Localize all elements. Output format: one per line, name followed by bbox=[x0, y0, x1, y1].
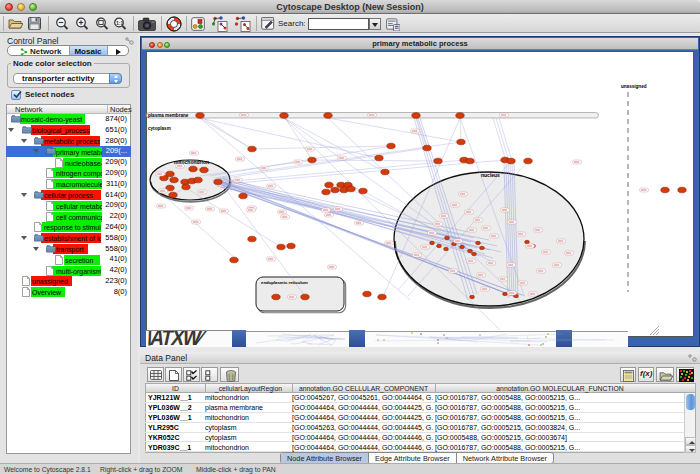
svg-text:plasma membrane: plasma membrane bbox=[148, 113, 189, 118]
svg-text:xxxx: xxxx bbox=[543, 251, 549, 254]
svg-text:xxxx: xxxx bbox=[554, 264, 560, 267]
svg-text:xxxx: xxxx bbox=[289, 296, 295, 299]
svg-text:xxxx: xxxx bbox=[500, 278, 506, 281]
svg-text:xxxx: xxxx bbox=[460, 193, 466, 196]
svg-text:xxxx: xxxx bbox=[339, 157, 345, 160]
svg-text:xxxx: xxxx bbox=[466, 211, 472, 214]
svg-text:xxxx: xxxx bbox=[574, 161, 580, 164]
svg-text:xxxx: xxxx bbox=[237, 158, 243, 161]
svg-text:xxxx: xxxx bbox=[530, 293, 536, 296]
svg-text:unassigned: unassigned bbox=[621, 84, 647, 89]
svg-text:xxxx: xxxx bbox=[248, 209, 254, 212]
svg-text:xxxx: xxxx bbox=[468, 260, 474, 263]
svg-text:xxxx: xxxx bbox=[518, 233, 524, 236]
svg-text:xxxx: xxxx bbox=[268, 185, 274, 188]
svg-text:xxxx: xxxx bbox=[207, 208, 213, 211]
svg-text:xxxx: xxxx bbox=[538, 270, 544, 273]
svg-text:xxxx: xxxx bbox=[488, 262, 494, 265]
svg-text:xxxx: xxxx bbox=[307, 148, 313, 151]
svg-text:xxxx: xxxx bbox=[455, 240, 461, 243]
svg-text:xxxx: xxxx bbox=[158, 205, 164, 208]
svg-text:xxxx: xxxx bbox=[369, 114, 375, 117]
svg-text:xxxx: xxxx bbox=[509, 221, 515, 224]
svg-text:cytoplasm: cytoplasm bbox=[148, 126, 171, 131]
svg-text:xxxx: xxxx bbox=[282, 216, 288, 219]
svg-text:xxxx: xxxx bbox=[501, 114, 507, 117]
svg-text:xxxx: xxxx bbox=[177, 165, 183, 168]
svg-text:xxxx: xxxx bbox=[186, 207, 192, 210]
svg-text:xxxx: xxxx bbox=[279, 211, 285, 214]
svg-text:xxxx: xxxx bbox=[221, 210, 227, 213]
svg-text:xxxx: xxxx bbox=[491, 235, 497, 238]
svg-text:endoplasmic reticulum: endoplasmic reticulum bbox=[261, 280, 308, 285]
svg-text:xxxx: xxxx bbox=[566, 252, 572, 255]
svg-text:xxxx: xxxx bbox=[452, 204, 458, 207]
svg-text:xxxx: xxxx bbox=[160, 190, 166, 193]
svg-text:xxxx: xxxx bbox=[469, 229, 475, 232]
svg-text:xxxx: xxxx bbox=[509, 292, 515, 295]
svg-text:xxxx: xxxx bbox=[441, 215, 447, 218]
svg-text:xxxx: xxxx bbox=[335, 208, 341, 211]
svg-text:xxxx: xxxx bbox=[641, 189, 647, 192]
svg-text:xxxx: xxxx bbox=[508, 264, 514, 267]
svg-text:xxxx: xxxx bbox=[386, 242, 392, 245]
svg-text:xxxx: xxxx bbox=[450, 270, 456, 273]
svg-text:xxxx: xxxx bbox=[535, 229, 541, 232]
svg-text:xxxx: xxxx bbox=[527, 245, 533, 248]
svg-text:xxxx: xxxx bbox=[157, 173, 163, 176]
svg-text:xxxx: xxxx bbox=[235, 179, 241, 182]
svg-text:xxxx: xxxx bbox=[482, 288, 488, 291]
svg-text:xxxx: xxxx bbox=[191, 152, 197, 155]
svg-text:xxxx: xxxx bbox=[329, 266, 335, 269]
svg-text:xxxx: xxxx bbox=[475, 219, 481, 222]
svg-text:xxxx: xxxx bbox=[414, 254, 420, 257]
svg-text:xxxx: xxxx bbox=[295, 161, 301, 164]
svg-text:xxxx: xxxx bbox=[326, 214, 332, 217]
svg-text:xxxx: xxxx bbox=[435, 223, 441, 226]
svg-text:xxxx: xxxx bbox=[478, 274, 484, 277]
svg-text:xxxx: xxxx bbox=[268, 258, 274, 261]
svg-text:xxxx: xxxx bbox=[429, 232, 435, 235]
svg-text:xxxx: xxxx bbox=[199, 191, 205, 194]
svg-text:xxxx: xxxx bbox=[483, 227, 489, 230]
svg-text:xxxx: xxxx bbox=[241, 114, 247, 117]
svg-text:xxxx: xxxx bbox=[412, 130, 418, 133]
svg-text:1:1: 1:1 bbox=[116, 20, 123, 26]
svg-text:xxxx: xxxx bbox=[323, 209, 329, 212]
svg-text:xxxx: xxxx bbox=[261, 167, 267, 170]
svg-text:nucleus: nucleus bbox=[481, 172, 500, 178]
svg-text:xxxx: xxxx bbox=[193, 221, 199, 224]
svg-text:xxxx: xxxx bbox=[558, 240, 564, 243]
svg-text:xxxx: xxxx bbox=[422, 246, 428, 249]
svg-text:xxxx: xxxx bbox=[520, 282, 526, 285]
svg-text:xxxx: xxxx bbox=[356, 222, 362, 225]
svg-text:xxxx: xxxx bbox=[502, 209, 508, 212]
